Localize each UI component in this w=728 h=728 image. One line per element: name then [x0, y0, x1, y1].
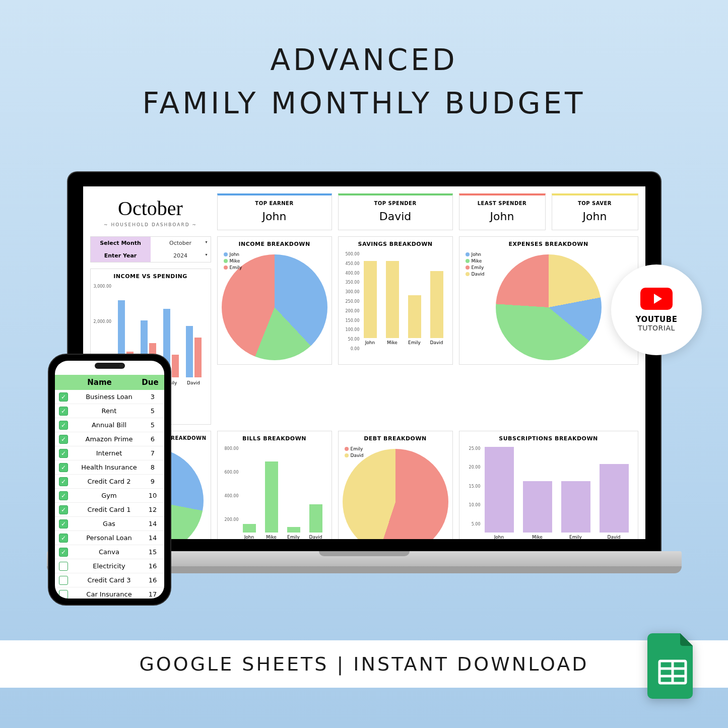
subscriptions-breakdown-card: SUBSCRIPTIONS BREAKDOWN 25.0020.0015.001…: [459, 431, 638, 540]
checkbox[interactable]: ✓: [59, 505, 68, 514]
item-due: 5: [145, 407, 160, 415]
legend-item: John: [230, 252, 240, 257]
item-due: 15: [145, 548, 160, 556]
chart-title: DEBT BREAKDOWN: [343, 435, 448, 442]
list-item: Electricity16: [55, 559, 164, 573]
bar: Emily: [287, 527, 300, 539]
col-name: Name: [59, 378, 140, 387]
stat-value: John: [461, 210, 543, 223]
checkbox[interactable]: [59, 562, 68, 571]
list-item: ✓Business Loan3: [55, 390, 164, 404]
bar: David: [430, 271, 443, 345]
item-due: 14: [145, 534, 160, 542]
legend-item: Mike: [230, 258, 240, 263]
checkbox[interactable]: [59, 576, 68, 585]
debt-breakdown-card: DEBT BREAKDOWN Emily David: [338, 431, 453, 540]
item-name: Rent: [73, 407, 145, 415]
item-name: Amazon Prime: [73, 435, 145, 443]
legend-item: John: [472, 252, 482, 257]
item-name: Business Loan: [73, 393, 145, 401]
subscriptions-bars: JohnMikeEmilyDavid: [464, 449, 634, 540]
checkbox[interactable]: ✓: [59, 491, 68, 500]
bar: David: [309, 504, 322, 539]
col-due: Due: [140, 378, 160, 387]
list-item: ✓Annual Bill5: [55, 418, 164, 432]
select-month-dropdown[interactable]: October: [151, 237, 211, 249]
item-due: 5: [145, 421, 160, 429]
bar: John: [364, 261, 377, 345]
checkbox[interactable]: ✓: [59, 407, 68, 416]
list-item: ✓Canva15: [55, 545, 164, 559]
chart-title: INCOME VS SPENDING: [95, 273, 207, 280]
legend: John Mike Emily: [224, 252, 242, 272]
bar: Mike: [265, 461, 278, 539]
item-due: 6: [145, 435, 160, 443]
bar-group: David: [184, 326, 204, 377]
stat-value: John: [220, 210, 329, 223]
item-name: Electricity: [73, 562, 145, 570]
item-name: Car Insurance: [73, 590, 145, 598]
stat-label: TOP SPENDER: [341, 201, 450, 206]
bar: David: [600, 464, 629, 540]
youtube-icon: [640, 288, 673, 310]
item-name: Credit Card 3: [73, 576, 145, 584]
youtube-line1: YOUTUBE: [636, 315, 678, 324]
item-due: 12: [145, 506, 160, 513]
list-item: ✓Credit Card 112: [55, 503, 164, 517]
legend-item: Emily: [230, 265, 242, 270]
bills-bars: JohnMikeEmilyDavid: [222, 449, 327, 540]
checkbox[interactable]: ✓: [59, 449, 68, 458]
expenses-pie: [496, 254, 602, 360]
item-due: 8: [145, 464, 160, 471]
list-item: ✓Health Insurance8: [55, 460, 164, 475]
checkbox[interactable]: ✓: [59, 534, 68, 543]
item-due: 7: [145, 449, 160, 457]
list-item: ✓Gas14: [55, 517, 164, 531]
savings-breakdown-card: SAVINGS BREAKDOWN 500.00450.00400.00350.…: [338, 236, 453, 365]
legend-item: Emily: [472, 265, 484, 270]
footer-band: GOOGLE SHEETS | INSTANT DOWNLOAD: [0, 640, 728, 688]
list-item: Car Insurance17: [55, 587, 164, 599]
list-item: ✓Credit Card 29: [55, 475, 164, 489]
list-item: ✓Gym10: [55, 489, 164, 503]
checkbox[interactable]: ✓: [59, 392, 68, 402]
enter-year-input[interactable]: 2024: [151, 249, 211, 262]
checkbox[interactable]: [59, 590, 68, 599]
item-name: Health Insurance: [73, 464, 145, 471]
bar: Mike: [523, 481, 552, 540]
item-name: Annual Bill: [73, 421, 145, 429]
bar: John: [485, 447, 514, 540]
item-name: Internet: [73, 449, 145, 457]
legend-item: David: [472, 272, 485, 277]
item-due: 9: [145, 478, 160, 485]
checkbox[interactable]: ✓: [59, 435, 68, 444]
stat-label: TOP EARNER: [220, 201, 329, 206]
checkbox[interactable]: ✓: [59, 519, 68, 528]
item-name: Credit Card 2: [73, 478, 145, 485]
item-name: Gym: [73, 492, 145, 499]
bar: Mike: [386, 261, 399, 345]
legend-item: David: [351, 453, 364, 458]
stat-label: TOP SAVER: [554, 201, 636, 206]
youtube-line2: TUTORIAL: [638, 324, 675, 332]
income-breakdown-card: INCOME BREAKDOWN John Mike Emily: [217, 236, 332, 365]
item-due: 3: [145, 393, 160, 401]
checkbox[interactable]: ✓: [59, 421, 68, 430]
chart-title: EXPENSES BREAKDOWN: [464, 241, 634, 247]
stat-value: John: [554, 210, 636, 223]
hero-title: ADVANCED FAMILY MONTHLY BUDGET: [0, 0, 728, 120]
phone-screen: Name Due ✓Business Loan3✓Rent5✓Annual Bi…: [55, 361, 164, 599]
list-item: Credit Card 316: [55, 573, 164, 587]
chart-title: BILLS BREAKDOWN: [222, 435, 327, 442]
item-due: 16: [145, 562, 160, 570]
hero-line2: FAMILY MONTHLY BUDGET: [0, 86, 728, 120]
bar: Emily: [408, 295, 421, 345]
youtube-tutorial-badge[interactable]: YOUTUBE TUTORIAL: [611, 264, 702, 355]
checkbox[interactable]: ✓: [59, 477, 68, 486]
item-name: Credit Card 1: [73, 506, 145, 513]
month-header: October ~ HOUSEHOLD DASHBOARD ~: [90, 193, 211, 230]
checkbox[interactable]: ✓: [59, 548, 68, 557]
stat-top-earner: TOP EARNER John: [217, 193, 332, 230]
bar: John: [243, 524, 256, 540]
checkbox[interactable]: ✓: [59, 463, 68, 472]
